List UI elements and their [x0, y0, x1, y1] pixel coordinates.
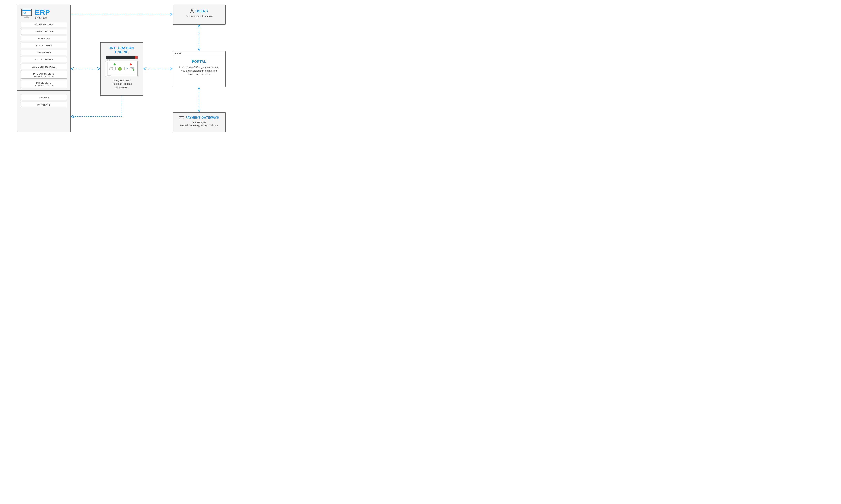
erp-system-box: ERP SYSTEM SALES ORDERS CREDIT NOTES INV…	[17, 4, 71, 132]
portal-desc: Use custom CSS styles to replicate you o…	[173, 65, 225, 76]
engine-desc-1: Integration and	[113, 79, 130, 82]
svg-rect-7	[22, 10, 31, 11]
desktop-monitor-icon	[21, 9, 32, 19]
svg-rect-15	[135, 56, 138, 59]
svg-point-26	[118, 69, 121, 70]
user-icon	[190, 9, 194, 14]
svg-point-34	[191, 9, 193, 11]
portal-box: PORTAL Use custom CSS styles to replicat…	[173, 51, 226, 87]
erp-upper-list: SALES ORDERS CREDIT NOTES INVOICES STATE…	[17, 21, 70, 110]
payment-gateways-box: PAYMENT GATEWAYS For example PayPal, Sag…	[173, 112, 226, 132]
svg-rect-33	[107, 75, 110, 76]
erp-subtitle: SYSTEM	[35, 16, 50, 19]
engine-app-screenshot-icon	[106, 56, 138, 77]
erp-item-sales-orders: SALES ORDERS	[20, 21, 67, 27]
erp-item-price-lists: PRICE LISTS ACCOUNT SPECIFIC	[20, 80, 67, 88]
erp-item-deliveries: DELIVERIES	[20, 50, 67, 55]
erp-title: ERP	[35, 9, 50, 16]
erp-item-account-details: ACCOUNT DETAILS	[20, 64, 67, 69]
svg-rect-12	[24, 17, 29, 18]
svg-rect-16	[106, 59, 138, 61]
svg-rect-11	[25, 16, 28, 17]
engine-desc-2: Business Process	[112, 82, 132, 85]
gateways-title: PAYMENT GATEWAYS	[186, 116, 219, 120]
svg-rect-27	[125, 67, 127, 70]
erp-item-products-lists: PRODUCTS LISTS ACCOUNT SPECIFIC	[20, 71, 67, 79]
svg-point-29	[133, 69, 134, 71]
erp-item-stock-levels: STOCK LEVELS	[20, 57, 67, 62]
svg-rect-36	[179, 116, 184, 117]
gateways-example-label: For example	[173, 121, 225, 124]
svg-point-21	[130, 63, 132, 65]
users-desc: Account specific access	[173, 15, 225, 18]
portal-window-bar	[173, 51, 225, 56]
gateways-examples: PayPal, Sage Pay, Stripe, Worldpay	[173, 124, 225, 127]
credit-card-icon	[179, 115, 184, 120]
svg-rect-23	[113, 67, 116, 70]
portal-title: PORTAL	[173, 60, 225, 64]
users-title: USERS	[195, 9, 208, 13]
erp-item-orders: ORDERS	[20, 95, 67, 100]
svg-rect-35	[179, 116, 184, 119]
svg-point-20	[114, 63, 116, 65]
svg-rect-14	[106, 56, 138, 59]
engine-desc-3: Automation	[115, 86, 128, 89]
integration-engine-box: INTEGRATION ENGINE	[100, 42, 143, 96]
erp-item-payments: PAYMENTS	[20, 102, 67, 107]
engine-title-2: ENGINE	[115, 50, 128, 54]
erp-item-credit-notes: CREDIT NOTES	[20, 29, 67, 34]
erp-item-statements: STATEMENTS	[20, 43, 67, 48]
erp-section-divider	[17, 90, 70, 91]
engine-title-1: INTEGRATION	[110, 46, 134, 50]
users-box: USERS Account specific access	[173, 4, 226, 25]
erp-item-invoices: INVOICES	[20, 36, 67, 41]
svg-point-22	[109, 67, 113, 70]
